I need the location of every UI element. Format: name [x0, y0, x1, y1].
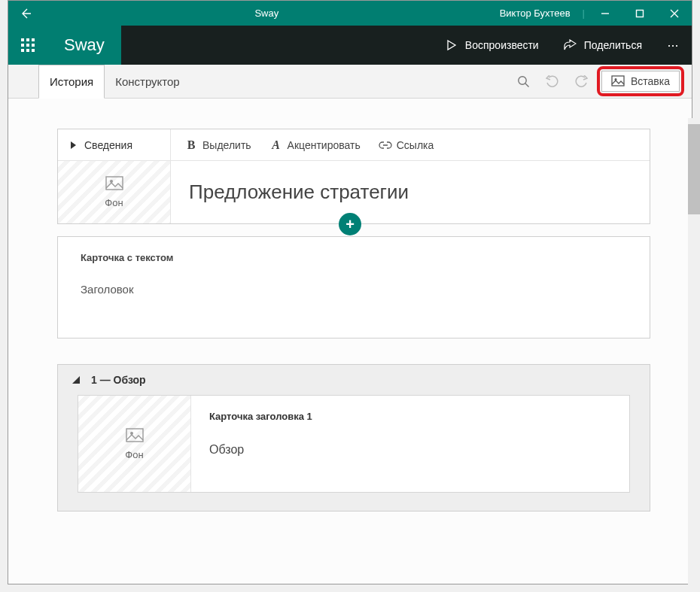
redo-icon: [574, 75, 588, 87]
collapse-icon: [72, 375, 81, 384]
chevron-right-icon: [70, 141, 77, 150]
search-button[interactable]: [511, 68, 537, 94]
app-window: Sway Виктор Бухтеев | Sway Воспроизвести: [8, 0, 692, 584]
tab-tools: Вставка: [511, 65, 692, 98]
heading-card-1[interactable]: Фон Карточка заголовка 1 Обзор: [78, 395, 630, 493]
share-button[interactable]: Поделиться: [551, 26, 654, 65]
svg-rect-3: [32, 38, 35, 41]
storyline-canvas[interactable]: Сведения B Выделить A Акцентировать Ссыл…: [8, 99, 692, 584]
emphasis-icon: A: [269, 138, 283, 152]
play-button[interactable]: Воспроизвести: [434, 26, 551, 65]
play-icon: [446, 39, 458, 51]
tab-design[interactable]: Конструктор: [105, 65, 190, 98]
svg-rect-1: [21, 38, 24, 41]
tab-bar: История Конструктор Вставка: [8, 65, 692, 99]
bold-button[interactable]: B Выделить: [184, 138, 251, 152]
app-logo[interactable]: Sway: [47, 26, 121, 65]
ribbon-bar: Sway Воспроизвести Поделиться ···: [8, 26, 692, 65]
svg-rect-4: [21, 44, 24, 47]
user-separator: |: [580, 8, 588, 19]
close-button[interactable]: [657, 1, 692, 26]
svg-rect-2: [26, 38, 29, 41]
tab-story[interactable]: История: [38, 65, 105, 99]
more-button[interactable]: ···: [654, 26, 692, 65]
ellipsis-icon: ···: [667, 38, 678, 53]
text-card-placeholder[interactable]: Заголовок: [81, 283, 627, 296]
redo-button[interactable]: [568, 68, 594, 94]
svg-rect-11: [612, 76, 624, 86]
heading-card-type: Карточка заголовка 1: [209, 411, 611, 422]
details-label: Сведения: [84, 139, 132, 151]
add-card-button[interactable]: +: [339, 213, 361, 235]
close-icon: [670, 9, 679, 18]
minimize-icon: [601, 9, 610, 18]
background-label: Фон: [105, 197, 123, 208]
undo-icon: [546, 75, 559, 87]
arrow-left-icon: [20, 8, 32, 20]
title-card-header: Сведения B Выделить A Акцентировать Ссыл…: [58, 129, 650, 161]
section-body: Фон Карточка заголовка 1 Обзор: [58, 395, 650, 511]
svg-rect-8: [26, 49, 29, 52]
share-label: Поделиться: [584, 39, 642, 51]
title-card[interactable]: Сведения B Выделить A Акцентировать Ссыл…: [57, 129, 650, 224]
image-icon: [611, 75, 625, 87]
svg-rect-9: [32, 49, 35, 52]
link-label: Ссылка: [397, 139, 434, 151]
share-icon: [563, 39, 577, 51]
maximize-icon: [635, 9, 644, 18]
background-tile[interactable]: Фон: [58, 161, 171, 223]
svg-rect-6: [32, 44, 35, 47]
waffle-icon: [21, 38, 35, 52]
format-tools: B Выделить A Акцентировать Ссылка: [171, 138, 447, 152]
maximize-button[interactable]: [622, 1, 657, 26]
play-label: Воспроизвести: [465, 39, 539, 51]
back-button[interactable]: [8, 8, 43, 20]
svg-rect-15: [126, 429, 143, 442]
bold-label: Выделить: [202, 139, 251, 151]
undo-button[interactable]: [540, 68, 565, 94]
insert-button[interactable]: Вставка: [601, 71, 680, 92]
details-toggle[interactable]: Сведения: [58, 129, 171, 160]
search-icon: [517, 75, 530, 88]
scrollbar-thumb[interactable]: [688, 124, 700, 214]
svg-rect-7: [21, 49, 24, 52]
heading-text-field[interactable]: Обзор: [209, 443, 611, 457]
ribbon-spacer: [121, 26, 434, 65]
minimize-button[interactable]: [588, 1, 622, 26]
plus-icon: +: [345, 216, 355, 233]
text-card-type: Карточка с текстом: [81, 252, 627, 263]
svg-point-10: [519, 76, 526, 83]
bold-icon: B: [184, 138, 198, 152]
insert-highlight: Вставка: [597, 66, 684, 96]
link-icon: [379, 141, 392, 149]
heading-background-tile[interactable]: Фон: [78, 396, 191, 492]
insert-label: Вставка: [631, 75, 670, 87]
image-placeholder-icon: [105, 176, 123, 191]
heading-card-main: Карточка заголовка 1 Обзор: [191, 396, 629, 492]
titlebar: Sway Виктор Бухтеев |: [8, 1, 692, 26]
window-title: Sway: [43, 8, 491, 19]
image-placeholder-icon: [126, 428, 144, 443]
svg-rect-5: [26, 44, 29, 47]
title-text-field[interactable]: Предложение стратегии: [171, 161, 650, 223]
link-button[interactable]: Ссылка: [379, 139, 434, 151]
section-title: 1 — Обзор: [91, 374, 146, 386]
user-name[interactable]: Виктор Бухтеев: [491, 8, 580, 19]
emphasis-label: Акцентировать: [288, 139, 361, 151]
heading-background-label: Фон: [125, 449, 143, 460]
svg-rect-0: [637, 10, 644, 17]
text-card[interactable]: Карточка с текстом Заголовок: [57, 236, 650, 339]
section-header[interactable]: 1 — Обзор: [58, 365, 650, 395]
svg-rect-13: [106, 177, 123, 190]
section-1: 1 — Обзор Фон Карточка заголовка 1 Обзор: [57, 364, 650, 512]
app-launcher-button[interactable]: [8, 26, 47, 65]
emphasis-button[interactable]: A Акцентировать: [269, 138, 361, 152]
scrollbar-track[interactable]: [688, 118, 700, 592]
